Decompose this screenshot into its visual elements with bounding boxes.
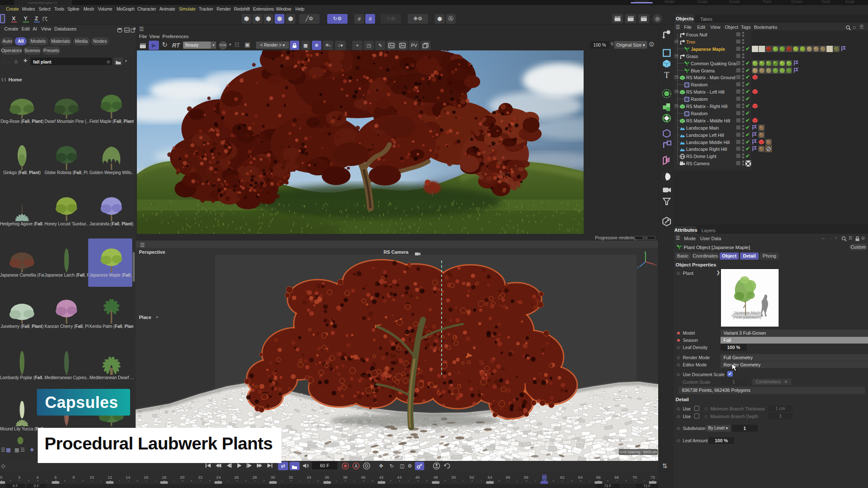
svg-text:Japanese Maple: Japanese Maple — [733, 311, 761, 315]
svg-text:A: A — [355, 464, 358, 469]
svg-text:Z: Z — [637, 266, 639, 269]
svg-text:Y: Y — [644, 250, 646, 254]
svg-text:T: T — [664, 70, 669, 80]
svg-text:X: X — [654, 263, 657, 267]
svg-text:(Acer palmatum): (Acer palmatum) — [733, 315, 762, 319]
